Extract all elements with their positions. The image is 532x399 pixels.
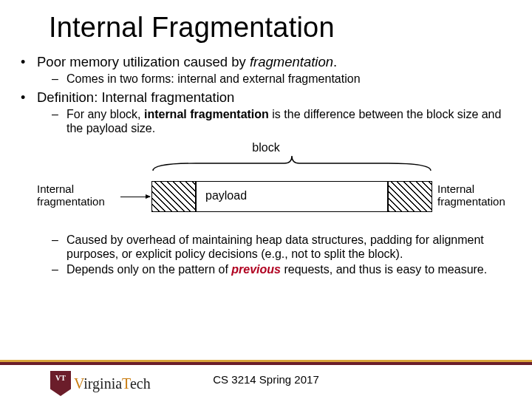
vt-wordmark: VVirginiairginiaTech [74,375,151,392]
bullet-1-sub-1: Comes in two forms: internal and externa… [66,72,511,86]
text: Depends only on the pattern of [66,263,231,276]
brace-icon [151,154,432,172]
text-emph: fragmentation [250,54,333,69]
bullet-2-sub-3: Depends only on the pattern of previous … [66,262,511,276]
bullet-1: Poor memory utilization caused by fragme… [37,54,511,70]
course-footer: CS 3214 Spring 2017 [213,373,318,386]
shield-icon [50,371,71,396]
text: requests, and thus is easy to measure. [281,263,487,276]
bullet-dot-icon: • [21,89,37,106]
block-label: block [252,141,279,154]
text: Poor memory utilization caused by [37,54,250,69]
footer-rule [0,362,532,365]
frag-right-label: Internal fragmentation [437,183,519,208]
dash-icon: – [52,262,66,277]
bullet-dot-icon: • [21,54,37,70]
bullet-2-sub-1: For any block, internal fragmentation is… [66,107,511,135]
frag-left-label: Internal fragmentation [37,183,118,208]
text: For any block, [66,108,144,120]
bullet-2-sub-2: Caused by overhead of maintaining heap d… [66,233,511,261]
frag-right-box [388,181,432,212]
slide-title: Internal Fragmentation [49,12,511,44]
dash-icon: – [52,72,66,86]
bullet-list-2: – Caused by overhead of maintaining heap… [21,233,511,277]
arrow-icon [120,197,150,197]
dash-icon: – [52,107,66,122]
text: . [333,54,337,69]
frag-left-box [151,181,196,212]
bullet-list: • Poor memory utilization caused by frag… [21,54,511,135]
text-highlight: previous [231,263,281,276]
vt-logo: VVirginiairginiaTech [50,371,151,396]
text-bold: internal fragmentation [144,108,269,120]
bullet-2: Definition: Internal fragmentation [37,89,511,106]
dash-icon: – [52,233,66,248]
payload-label: payload [203,188,249,203]
block-diagram: block Internal fragmentation payload Int… [37,141,495,230]
